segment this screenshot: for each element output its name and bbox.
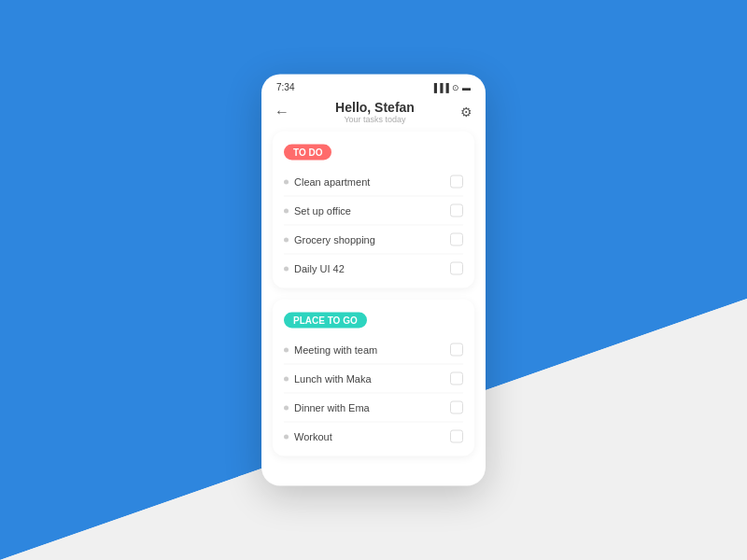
task-label: Daily UI 42 <box>294 263 345 274</box>
todo-section: TO DO Clean apartment Set up office <box>273 132 474 288</box>
task-item: Dinner with Ema <box>284 396 463 420</box>
status-icons: ▐▐▐ ⊙ ▬ <box>431 82 471 91</box>
task-left: Dinner with Ema <box>284 402 370 413</box>
task-left: Lunch with Maka <box>284 373 372 385</box>
task-dot <box>284 405 289 410</box>
battery-icon: ▬ <box>462 82 471 91</box>
header: ← Hello, Stefan Your tasks today ⚙ <box>261 96 486 132</box>
header-title: Hello, Stefan <box>289 100 460 115</box>
task-item: Clean apartment <box>284 170 463 194</box>
task-checkbox[interactable] <box>450 233 463 246</box>
task-checkbox[interactable] <box>450 343 463 357</box>
task-checkbox[interactable] <box>450 175 463 189</box>
wifi-icon: ⊙ <box>452 82 459 91</box>
task-item: Meeting with team <box>284 338 463 362</box>
status-bar: 7:34 ▐▐▐ ⊙ ▬ <box>261 75 486 96</box>
status-time: 7:34 <box>276 82 294 92</box>
task-item: Set up office <box>284 199 463 223</box>
task-dot <box>284 347 289 352</box>
signal-icon: ▐▐▐ <box>431 82 449 91</box>
place-badge: PLACE TO GO <box>284 313 367 329</box>
task-left: Clean apartment <box>284 176 370 188</box>
task-dot <box>284 434 289 439</box>
task-item: Grocery shopping <box>284 228 463 252</box>
task-label: Meeting with team <box>294 344 377 356</box>
divider <box>284 393 463 394</box>
divider <box>284 364 463 365</box>
task-left: Set up office <box>284 205 351 217</box>
task-checkbox[interactable] <box>450 401 463 414</box>
task-label: Lunch with Maka <box>294 373 372 385</box>
back-button[interactable]: ← <box>275 104 289 120</box>
task-checkbox[interactable] <box>450 204 463 217</box>
task-item: Daily UI 42 <box>284 257 463 281</box>
settings-button[interactable]: ⚙ <box>460 105 472 119</box>
content-area: TO DO Clean apartment Set up office <box>261 132 486 456</box>
task-dot <box>284 237 289 242</box>
task-dot <box>284 179 289 184</box>
task-dot <box>284 376 289 381</box>
phone-frame: 7:34 ▐▐▐ ⊙ ▬ ← Hello, Stefan Your tasks … <box>261 75 486 486</box>
task-item: Workout <box>284 425 463 449</box>
todo-badge: TO DO <box>284 145 331 161</box>
divider <box>284 225 463 226</box>
task-dot <box>284 208 289 213</box>
divider <box>284 422 463 423</box>
header-center: Hello, Stefan Your tasks today <box>289 100 460 124</box>
task-left: Meeting with team <box>284 344 377 356</box>
task-checkbox[interactable] <box>450 262 463 275</box>
task-checkbox[interactable] <box>450 372 463 385</box>
divider <box>284 254 463 255</box>
task-left: Grocery shopping <box>284 234 375 245</box>
task-left: Daily UI 42 <box>284 263 345 274</box>
header-subtitle: Your tasks today <box>289 115 460 124</box>
task-label: Workout <box>294 431 332 442</box>
place-to-go-section: PLACE TO GO Meeting with team Lunch with… <box>273 300 474 456</box>
task-item: Lunch with Maka <box>284 367 463 391</box>
divider <box>284 196 463 197</box>
task-label: Clean apartment <box>294 176 370 188</box>
task-label: Dinner with Ema <box>294 402 370 413</box>
task-label: Set up office <box>294 205 351 217</box>
task-dot <box>284 266 289 271</box>
task-left: Workout <box>284 431 332 442</box>
task-label: Grocery shopping <box>294 234 375 245</box>
background: 7:34 ▐▐▐ ⊙ ▬ ← Hello, Stefan Your tasks … <box>0 0 747 560</box>
task-checkbox[interactable] <box>450 430 463 443</box>
